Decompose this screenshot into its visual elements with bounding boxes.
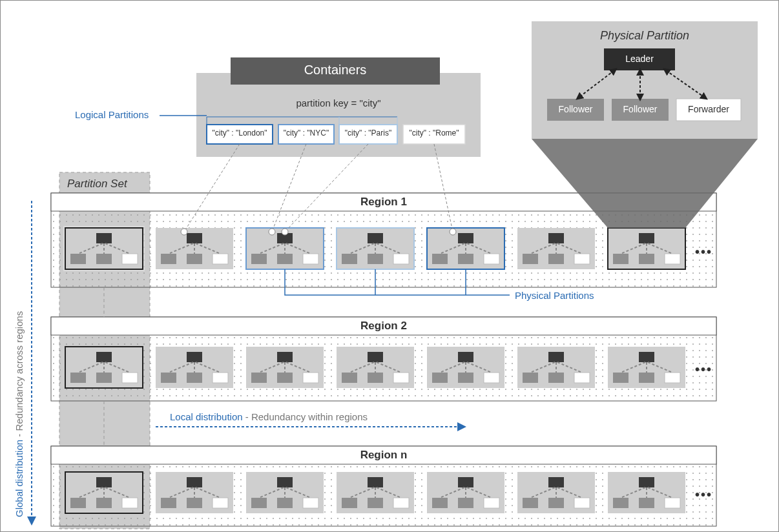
global-dist-sub: - Redundancy across regions bbox=[14, 311, 25, 440]
svg-point-26 bbox=[450, 229, 456, 235]
lp-label-3: "city" : "Rome" bbox=[403, 128, 465, 138]
ellipsis-2: ••• bbox=[695, 362, 712, 377]
ellipsis-3: ••• bbox=[695, 487, 712, 502]
partition-set-label: Partition Set bbox=[67, 178, 127, 190]
follower1-label: Follower bbox=[547, 104, 604, 114]
global-dist-main: Global distribution bbox=[14, 440, 25, 517]
lp-label-1: "city" : "NYC" bbox=[278, 128, 334, 138]
containers-title: Containers bbox=[231, 63, 440, 77]
svg-point-22 bbox=[269, 229, 275, 235]
ellipsis-1: ••• bbox=[695, 245, 712, 260]
local-distribution-label: Local distribution - Redundancy within r… bbox=[170, 411, 368, 422]
leader-label: Leader bbox=[604, 54, 675, 64]
physical-partitions-label: Physical Partitions bbox=[515, 290, 594, 301]
region-n-title: Region n bbox=[51, 449, 716, 462]
forwarder-label: Forwarder bbox=[676, 104, 741, 114]
lp-label-2: "city" : "Paris" bbox=[339, 128, 397, 138]
region1-title: Region 1 bbox=[51, 196, 716, 209]
local-dist-sub: - Redundancy within regions bbox=[243, 411, 368, 422]
diagram-frame: Containers partition key = "city" "city"… bbox=[0, 0, 779, 532]
svg-point-20 bbox=[181, 229, 187, 235]
global-distribution-label: Global distribution - Redundancy across … bbox=[14, 311, 25, 517]
follower2-label: Follower bbox=[612, 104, 669, 114]
svg-point-24 bbox=[282, 229, 288, 235]
local-dist-main: Local distribution bbox=[170, 411, 243, 422]
lp-label-0: "city" : "London" bbox=[207, 128, 273, 138]
inset-title: Physical Partition bbox=[532, 29, 758, 43]
region2-title: Region 2 bbox=[51, 320, 716, 332]
partition-key-label: partition key = "city" bbox=[196, 97, 481, 108]
logical-partitions-label: Logical Partitions bbox=[75, 109, 149, 120]
